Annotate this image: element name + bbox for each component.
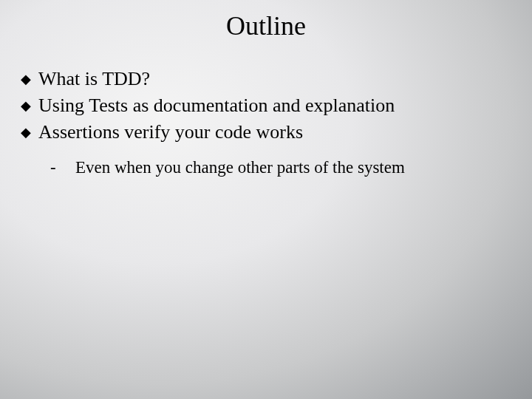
diamond-bullet-icon: ◆ [21,120,38,145]
dash-bullet-icon: - [50,157,75,178]
sub-bullet-item: - Even when you change other parts of th… [21,157,511,178]
slide: Outline ◆ What is TDD? ◆ Using Tests as … [0,0,532,399]
bullet-text: Assertions verify your code works [38,120,511,144]
diamond-bullet-icon: ◆ [21,93,38,118]
bullet-text: What is TDD? [38,66,511,91]
sub-bullet-text: Even when you change other parts of the … [75,157,423,178]
diamond-bullet-icon: ◆ [21,66,38,92]
bullet-item: ◆ What is TDD? [21,66,511,92]
bullet-item: ◆ Assertions verify your code works [21,120,511,145]
bullet-text: Using Tests as documentation and explana… [38,93,511,117]
slide-title: Outline [0,0,532,41]
slide-body: ◆ What is TDD? ◆ Using Tests as document… [0,41,532,178]
bullet-item: ◆ Using Tests as documentation and expla… [21,93,511,118]
